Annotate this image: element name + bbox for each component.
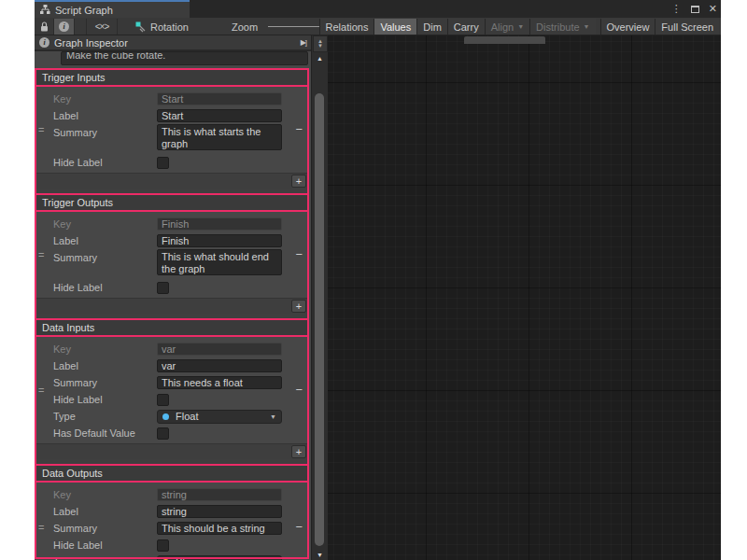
toolbar-button-values[interactable]: Values xyxy=(374,19,416,35)
drag-handle-icon[interactable]: = xyxy=(38,522,44,533)
toolbar-button-relations[interactable]: Relations xyxy=(319,19,374,35)
key-input xyxy=(157,343,282,356)
section-trigger-outputs: Trigger Outputs Key Label Summary This i… xyxy=(35,193,309,314)
graph-description-text: Make the cube rotate. xyxy=(66,51,303,63)
tab-strip: Script Graph ⋮ ✕ xyxy=(35,0,721,18)
zoom-label: Zoom xyxy=(232,19,258,35)
toolbar-button-overview[interactable]: Overview xyxy=(600,19,655,35)
add-port-row: + xyxy=(35,173,309,189)
hide-label-row: Hide Label xyxy=(35,154,309,171)
summary-row: Summary This is what should end the grap… xyxy=(35,249,309,279)
graph-inspector-body: Make the cube rotate. Trigger Inputs Key… xyxy=(35,51,311,560)
graph-toolbar: i <×> Rotation Zoom 1x Relations Values … xyxy=(35,18,721,35)
remove-port-button[interactable]: − xyxy=(295,523,303,532)
script-graph-icon xyxy=(40,5,50,15)
label-input[interactable] xyxy=(157,234,282,247)
label-row: Label xyxy=(35,357,309,374)
node-fragment[interactable] xyxy=(464,36,545,44)
graph-inspector-title: Graph Inspector xyxy=(54,37,128,49)
summary-input[interactable] xyxy=(157,376,282,389)
drag-handle-icon[interactable]: = xyxy=(38,249,44,260)
toolbar-button-dim[interactable]: Dim xyxy=(416,19,447,35)
remove-port-button[interactable]: − xyxy=(295,385,303,395)
label-input[interactable] xyxy=(157,109,282,122)
hide-label-row: Hide Label xyxy=(35,279,309,296)
section-header: Trigger Outputs xyxy=(35,193,309,212)
rotation-graph-icon xyxy=(134,19,148,35)
tab-script-graph[interactable]: Script Graph xyxy=(35,0,190,18)
hide-label-checkbox[interactable] xyxy=(157,539,169,552)
has-default-row: Has Default Value xyxy=(35,425,309,441)
key-row: Key xyxy=(35,91,309,107)
scroll-down-icon[interactable]: ▼ xyxy=(312,552,328,558)
has-default-checkbox[interactable] xyxy=(157,427,169,440)
remove-port-button[interactable]: − xyxy=(295,250,303,259)
hide-label-checkbox[interactable] xyxy=(157,394,169,406)
section-header: Trigger Inputs xyxy=(35,68,309,87)
code-view-button[interactable]: <×> xyxy=(86,19,118,35)
unity-visual-scripting-window: Script Graph ⋮ ✕ i <×> Rotation Zoom 1x … xyxy=(35,0,721,560)
dock-panel-icon[interactable]: ▶] xyxy=(301,38,306,47)
key-row: Key xyxy=(35,216,309,232)
type-dropdown[interactable]: String ▼ xyxy=(157,555,282,560)
section-data-outputs: Data Outputs Key Label Summary xyxy=(35,464,309,560)
hide-label-checkbox[interactable] xyxy=(157,157,169,169)
add-port-button[interactable]: + xyxy=(291,175,306,188)
label-input[interactable] xyxy=(157,505,282,518)
key-input xyxy=(157,488,282,501)
rotation-label: Rotation xyxy=(150,19,189,35)
toolbar-button-carry[interactable]: Carry xyxy=(447,19,485,35)
lock-button[interactable] xyxy=(35,19,54,35)
key-row: Key xyxy=(35,486,309,503)
hide-label-row: Hide Label xyxy=(35,537,309,553)
graph-description-field[interactable]: Make the cube rotate. xyxy=(61,51,308,65)
graph-canvas[interactable] xyxy=(328,35,721,560)
lock-icon xyxy=(40,21,49,32)
maximize-icon[interactable] xyxy=(691,6,699,13)
add-port-row: + xyxy=(35,443,309,459)
window-menu-icon[interactable]: ⋮ xyxy=(671,3,682,15)
chevron-down-icon: ▼ xyxy=(517,23,524,30)
float-type-icon xyxy=(162,413,169,420)
scrollbar-thumb[interactable] xyxy=(315,93,324,546)
info-icon: i xyxy=(39,37,49,48)
type-dropdown[interactable]: Float ▼ xyxy=(157,410,282,424)
remove-port-button[interactable]: − xyxy=(295,125,303,134)
label-row: Label xyxy=(35,232,309,249)
scroll-spinner[interactable]: ▲ ▼ xyxy=(313,35,328,52)
drag-handle-icon[interactable]: = xyxy=(38,124,44,135)
summary-input[interactable] xyxy=(157,522,282,535)
label-row: Label xyxy=(35,503,309,520)
hide-label-checkbox[interactable] xyxy=(157,282,169,294)
section-header: Data Outputs xyxy=(35,464,309,483)
add-port-button[interactable]: + xyxy=(291,300,306,313)
chevron-down-icon: ▼ xyxy=(584,23,590,30)
summary-input[interactable]: This is what should end the graph xyxy=(157,249,282,275)
spinner-down-icon: ▼ xyxy=(317,44,323,49)
add-port-button[interactable]: + xyxy=(291,445,306,458)
scroll-up-icon[interactable]: ▲ xyxy=(312,55,328,62)
summary-input[interactable]: This is what starts the graph xyxy=(157,124,282,150)
drag-handle-icon[interactable]: = xyxy=(38,385,44,396)
type-row: Type String ▼ xyxy=(35,553,309,560)
summary-row: Summary xyxy=(35,520,309,537)
add-port-row: + xyxy=(35,298,309,314)
inspector-toggle-button[interactable]: i xyxy=(54,19,75,35)
graph-inspector-header: i Graph Inspector ▶] xyxy=(35,35,311,50)
toolbar-button-fullscreen[interactable]: Full Screen xyxy=(655,19,719,35)
section-header: Data Inputs xyxy=(35,318,309,337)
section-data-inputs: Data Inputs Key Label Summary xyxy=(35,318,309,459)
key-input xyxy=(157,92,282,105)
close-icon[interactable]: ✕ xyxy=(709,3,717,15)
code-icon: <×> xyxy=(95,21,109,32)
inspector-scrollbar: ▲ ▼ ▲ ▼ xyxy=(311,35,328,560)
section-trigger-inputs: Trigger Inputs Key Label Summary This is… xyxy=(35,68,309,189)
label-input[interactable] xyxy=(157,359,282,372)
summary-row: Summary This is what starts the graph xyxy=(35,124,309,154)
type-row: Type Float ▼ xyxy=(35,408,309,425)
tab-title: Script Graph xyxy=(55,5,113,16)
toolbar-button-distribute: Distribute▼ xyxy=(529,19,595,35)
chevron-down-icon: ▼ xyxy=(270,413,276,420)
summary-row: Summary xyxy=(35,374,309,391)
key-input xyxy=(157,217,282,231)
